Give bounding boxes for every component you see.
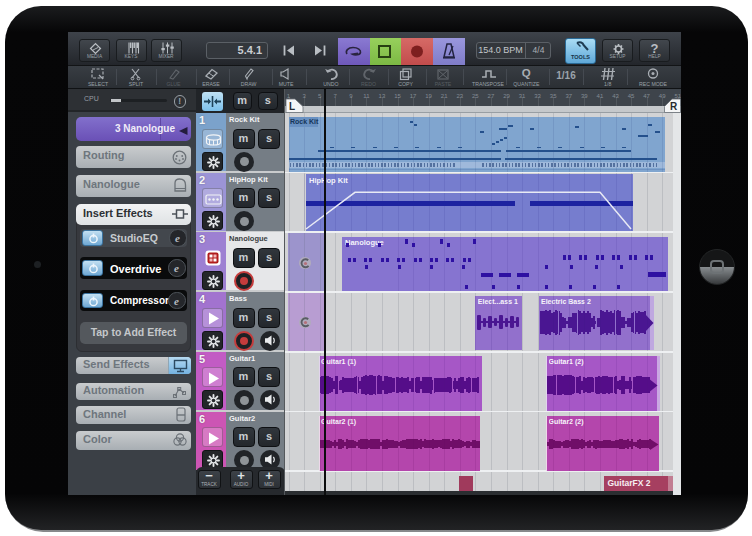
svg-text:L: L <box>289 101 295 112</box>
svg-text:R: R <box>670 101 678 112</box>
